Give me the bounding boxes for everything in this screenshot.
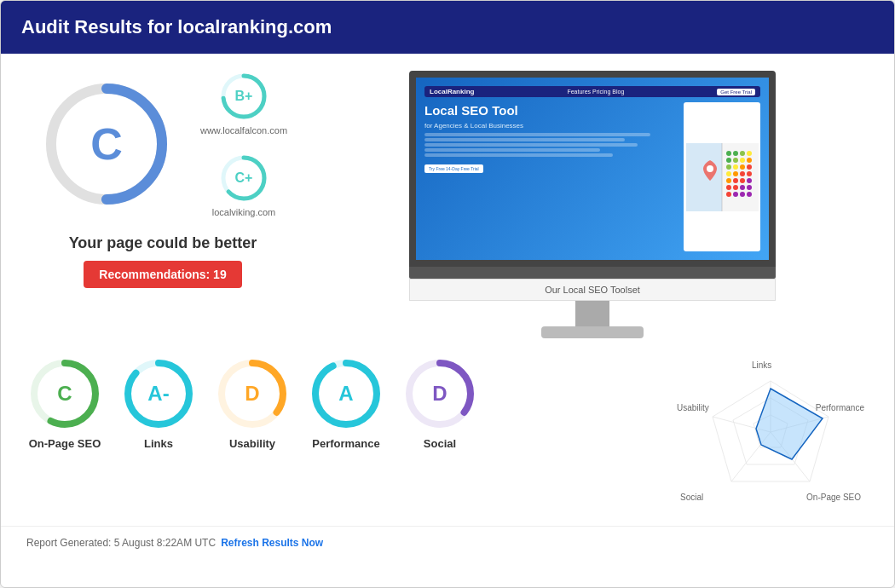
svg-marker-56 xyxy=(756,389,823,459)
main-grade: C xyxy=(90,118,123,170)
usability-label: Usability xyxy=(229,437,275,450)
svg-point-36 xyxy=(747,192,752,197)
nav-items: Features Pricing Blog xyxy=(567,89,624,95)
social-circle: D xyxy=(401,355,478,432)
social-label: Social xyxy=(424,437,456,450)
report-date: Report Generated: 5 August 8:22AM UTC xyxy=(26,537,216,549)
performance-circle: A xyxy=(308,355,384,432)
monitor-screen: LocalRanking Features Pricing Blog Get F… xyxy=(409,71,776,267)
svg-point-24 xyxy=(747,171,752,176)
monitor-stand xyxy=(409,301,776,338)
svg-point-17 xyxy=(726,164,731,170)
usability-grade: D xyxy=(245,382,259,406)
score-onpage: C On-Page SEO xyxy=(26,355,103,450)
svg-point-10 xyxy=(733,151,738,156)
svg-point-19 xyxy=(740,164,745,170)
score-links: A- Links xyxy=(120,355,197,450)
competitor-2-url: localviking.com xyxy=(212,207,276,217)
onpage-grade: C xyxy=(57,382,72,406)
bottom-section: C On-Page SEO A- Links xyxy=(26,355,869,509)
monitor-caption: Our Local SEO Toolset xyxy=(409,279,776,301)
performance-grade: A xyxy=(338,382,353,406)
score-section: C B+ www.localfalcon.c xyxy=(26,71,299,288)
main-score-circle: C xyxy=(38,76,175,212)
score-performance: A Performance xyxy=(308,355,384,450)
radar-chart: Links Performance On-Page SEO Social Usa… xyxy=(677,355,864,509)
competitor-1: B+ www.localfalcon.com xyxy=(200,71,287,135)
score-circles-row: C On-Page SEO A- Links xyxy=(26,355,664,450)
radar-label-usability: Usability xyxy=(677,403,709,412)
stand-neck xyxy=(575,301,609,326)
page-header: Audit Results for localranking.com xyxy=(1,1,894,54)
score-social: D Social xyxy=(401,355,478,450)
radar-section: Links Performance On-Page SEO Social Usa… xyxy=(673,355,869,509)
radar-label-links: Links xyxy=(752,360,771,370)
svg-point-13 xyxy=(726,158,731,163)
svg-point-21 xyxy=(726,171,731,176)
social-grade: D xyxy=(432,382,447,406)
competitor-1-url: www.localfalcon.com xyxy=(200,125,287,135)
svg-point-11 xyxy=(740,151,745,156)
radar-label-onpage: On-Page SEO xyxy=(806,493,861,502)
recommendations-button[interactable]: Recommendations: 19 xyxy=(84,261,241,288)
competitor-1-grade: B+ xyxy=(235,89,253,104)
monitor: LocalRanking Features Pricing Blog Get F… xyxy=(409,71,776,338)
refresh-link[interactable]: Refresh Results Now xyxy=(221,537,323,549)
svg-point-20 xyxy=(747,164,752,170)
big-circle-container: C B+ www.localfalcon.c xyxy=(38,71,287,217)
performance-label: Performance xyxy=(312,437,379,450)
competitor-2-circle: C+ xyxy=(218,153,269,204)
top-section: C B+ www.localfalcon.c xyxy=(26,71,869,338)
caption-text: Our Local SEO Toolset xyxy=(545,285,640,295)
screenshot: LocalRanking Features Pricing Blog Get F… xyxy=(416,78,769,260)
svg-point-12 xyxy=(747,151,752,156)
links-grade: A- xyxy=(147,382,169,406)
svg-point-27 xyxy=(740,178,745,183)
svg-point-15 xyxy=(740,158,745,163)
preview-section: LocalRanking Features Pricing Blog Get F… xyxy=(316,71,869,338)
svg-point-37 xyxy=(707,165,713,172)
usability-circle: D xyxy=(214,355,291,432)
svg-point-31 xyxy=(740,185,745,190)
screen-map xyxy=(684,102,760,251)
screen-button: Try Free 14-Day Free Trial xyxy=(424,164,483,173)
svg-point-32 xyxy=(747,185,752,190)
svg-point-16 xyxy=(747,158,752,163)
page-title: Audit Results for localranking.com xyxy=(21,16,332,37)
score-usability: D Usability xyxy=(214,355,291,450)
competitor-circles: B+ www.localfalcon.com C+ xyxy=(200,71,287,217)
svg-point-29 xyxy=(726,185,731,190)
onpage-label: On-Page SEO xyxy=(29,437,101,450)
footer: Report Generated: 5 August 8:22AM UTC Re… xyxy=(1,526,894,559)
links-label: Links xyxy=(144,437,173,450)
screen-cta: Get Free Trial xyxy=(717,89,755,95)
page-message: Your page could be better xyxy=(69,234,257,252)
svg-point-28 xyxy=(747,178,752,183)
competitor-2-grade: C+ xyxy=(235,170,253,186)
onpage-circle: C xyxy=(26,355,103,432)
monitor-bezel xyxy=(409,267,776,279)
screen-title: Local SEO Tool xyxy=(424,102,675,119)
svg-point-30 xyxy=(733,185,738,190)
svg-point-9 xyxy=(726,151,731,156)
svg-point-25 xyxy=(726,178,731,183)
audit-card: Audit Results for localranking.com C xyxy=(0,0,895,588)
svg-point-22 xyxy=(733,171,738,176)
svg-point-14 xyxy=(733,158,738,163)
svg-point-26 xyxy=(733,178,738,183)
radar-label-performance: Performance xyxy=(816,403,864,412)
svg-rect-7 xyxy=(686,143,722,211)
svg-point-23 xyxy=(740,171,745,176)
main-content: C B+ www.localfalcon.c xyxy=(1,54,894,526)
screen-subtitle: for Agencies & Local Businesses xyxy=(424,122,675,130)
links-circle: A- xyxy=(120,355,197,432)
competitor-1-circle: B+ xyxy=(218,71,269,122)
svg-point-34 xyxy=(733,192,738,197)
stand-base xyxy=(541,326,644,338)
radar-label-social: Social xyxy=(680,493,703,502)
svg-point-35 xyxy=(740,192,745,197)
svg-point-18 xyxy=(733,164,738,170)
screen-brand: LocalRanking xyxy=(430,88,474,95)
svg-point-33 xyxy=(726,192,731,197)
competitor-2: C+ localviking.com xyxy=(200,153,287,217)
